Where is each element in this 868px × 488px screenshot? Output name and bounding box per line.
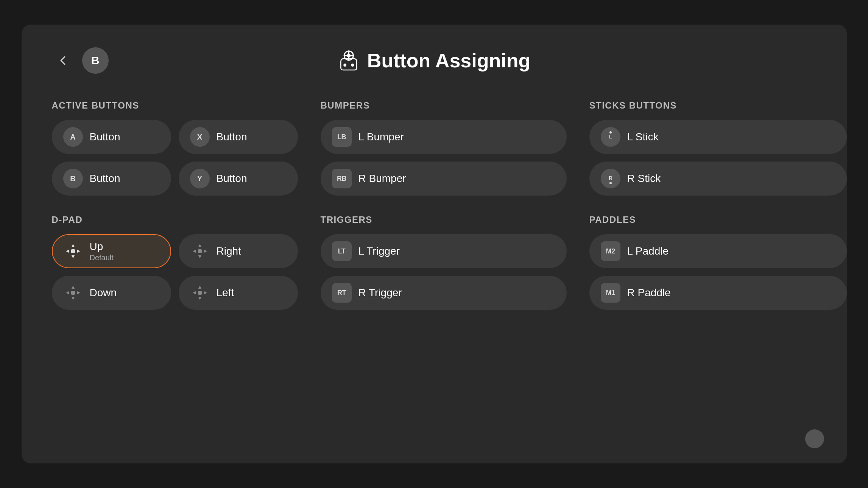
b-button[interactable]: B Button (52, 162, 171, 196)
b-button-label: Button (90, 173, 120, 185)
lt-button[interactable]: LT L Trigger (321, 234, 567, 268)
lt-badge: LT (332, 241, 352, 261)
dpad-left-label: Left (217, 287, 234, 299)
svg-text:R: R (608, 175, 612, 181)
page-title-text: Button Assigning (367, 49, 530, 72)
l-stick-button[interactable]: L L Stick (589, 120, 847, 154)
dpad-up-label: Up (90, 241, 114, 253)
back-button[interactable] (52, 49, 75, 72)
sticks-title: STICKS BUTTONS (589, 100, 847, 111)
profile-label: B (91, 54, 100, 67)
active-buttons-grid: A Button X Button B Button Y Button (52, 120, 298, 196)
dpad-down-button[interactable]: Down (52, 276, 171, 310)
rt-label: R Trigger (358, 287, 402, 299)
header: B Button Assigning (52, 47, 817, 74)
triggers-grid: LT L Trigger RT R Trigger (321, 234, 567, 310)
dpad-up-button[interactable]: Up Default (52, 234, 171, 268)
lb-label: L Bumper (358, 131, 404, 143)
svg-point-3 (351, 64, 354, 67)
content-grid: ACTIVE BUTTONS A Button X Button B Butto… (52, 100, 817, 310)
rb-badge: RB (332, 169, 352, 188)
dpad-left-icon (190, 283, 210, 303)
triggers-title: TRIGGERS (321, 214, 567, 225)
svg-rect-7 (198, 291, 202, 295)
dpad-grid: Up Default Right (52, 234, 298, 310)
sticks-grid: L L Stick R R Stick (589, 120, 847, 196)
l-stick-label: L Stick (627, 131, 659, 143)
lt-label: L Trigger (358, 245, 400, 257)
dpad-right-label: Right (217, 245, 241, 257)
m1-badge: M1 (601, 283, 620, 303)
bumpers-title: BUMPERS (321, 100, 567, 111)
main-panel: B Button Assigning ACTIVE BUTTONS (22, 25, 847, 463)
dpad-up-icon (63, 241, 83, 261)
a-button-label: Button (90, 131, 120, 143)
l-stick-badge: L (601, 127, 620, 147)
svg-point-13 (609, 182, 612, 184)
rt-badge: RT (332, 283, 352, 303)
profile-button[interactable]: B (82, 47, 109, 74)
paddles-title: PADDLES (589, 214, 847, 225)
rb-button[interactable]: RB R Bumper (321, 162, 567, 196)
bumpers-grid: LB L Bumper RB R Bumper (321, 120, 567, 196)
paddles-grid: M2 L Paddle M1 R Paddle (589, 234, 847, 310)
lb-badge: LB (332, 127, 352, 147)
y-button[interactable]: Y Button (179, 162, 298, 196)
b-badge: B (63, 169, 83, 188)
dpad-up-sublabel: Default (90, 253, 114, 262)
m2-badge: M2 (601, 241, 620, 261)
col-3: STICKS BUTTONS L L Stick (589, 100, 847, 310)
svg-rect-6 (71, 291, 75, 295)
col-1: ACTIVE BUTTONS A Button X Button B Butto… (52, 100, 298, 310)
page-title: Button Assigning (338, 49, 530, 72)
svg-rect-5 (198, 249, 202, 253)
gamepad-icon (338, 50, 360, 71)
r-stick-label: R Stick (627, 173, 661, 185)
m2-button[interactable]: M2 L Paddle (589, 234, 847, 268)
a-button[interactable]: A Button (52, 120, 171, 154)
dpad-left-button[interactable]: Left (179, 276, 298, 310)
svg-text:L: L (609, 134, 612, 140)
x-button[interactable]: X Button (179, 120, 298, 154)
svg-point-10 (609, 131, 612, 134)
rb-label: R Bumper (358, 173, 406, 185)
x-button-label: Button (217, 131, 247, 143)
y-button-label: Button (217, 173, 247, 185)
m2-label: L Paddle (627, 245, 669, 257)
lb-button[interactable]: LB L Bumper (321, 120, 567, 154)
svg-rect-4 (71, 249, 75, 253)
r-stick-button[interactable]: R R Stick (589, 162, 847, 196)
dpad-title: D-PAD (52, 214, 298, 225)
dpad-down-icon (63, 283, 83, 303)
r-stick-badge: R (601, 169, 620, 188)
m1-label: R Paddle (627, 287, 671, 299)
dpad-right-button[interactable]: Right (179, 234, 298, 268)
active-buttons-title: ACTIVE BUTTONS (52, 100, 298, 111)
y-badge: Y (190, 169, 210, 188)
dpad-down-label: Down (90, 287, 117, 299)
corner-decoration (805, 429, 824, 448)
dpad-right-icon (190, 241, 210, 261)
col-2: BUMPERS LB L Bumper RB R Bumper TRIGGERS… (321, 100, 567, 310)
m1-button[interactable]: M1 R Paddle (589, 276, 847, 310)
x-badge: X (190, 127, 210, 147)
rt-button[interactable]: RT R Trigger (321, 276, 567, 310)
a-badge: A (63, 127, 83, 147)
